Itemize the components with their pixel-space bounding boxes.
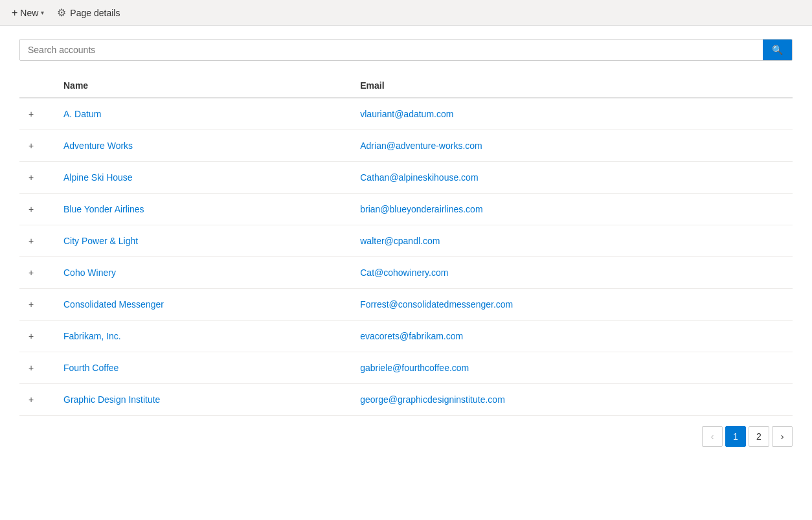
row-name-cell: Coho Winery bbox=[58, 257, 355, 289]
row-name-cell: Blue Yonder Airlines bbox=[58, 194, 355, 225]
row-expand-button[interactable]: + bbox=[25, 298, 38, 311]
row-expand-cell: + bbox=[19, 257, 58, 289]
row-expand-cell: + bbox=[19, 130, 58, 162]
row-email-link[interactable]: walter@cpandl.com bbox=[360, 236, 440, 246]
table-row: +Adventure WorksAdrian@adventure-works.c… bbox=[19, 130, 793, 162]
row-email-link[interactable]: george@graphicdesigninstitute.com bbox=[360, 394, 505, 405]
toolbar: + New ▾ ⚙ Page details bbox=[0, 0, 812, 26]
page-details-button[interactable]: ⚙ Page details bbox=[53, 4, 124, 21]
row-name-link[interactable]: Blue Yonder Airlines bbox=[63, 204, 144, 214]
search-wrapper: 🔍 bbox=[19, 39, 793, 61]
row-name-link[interactable]: Coho Winery bbox=[63, 267, 116, 278]
row-expand-button[interactable]: + bbox=[25, 139, 38, 152]
row-expand-button[interactable]: + bbox=[25, 361, 38, 374]
table-body: +A. Datumvlauriant@adatum.com+Adventure … bbox=[19, 98, 793, 416]
row-expand-button[interactable]: + bbox=[25, 393, 38, 406]
row-email-cell: george@graphicdesigninstitute.com bbox=[355, 384, 793, 416]
page-1-button[interactable]: 1 bbox=[725, 426, 746, 447]
row-name-link[interactable]: Fourth Coffee bbox=[63, 363, 118, 373]
col-email: Email bbox=[355, 74, 793, 98]
row-email-link[interactable]: Adrian@adventure-works.com bbox=[360, 141, 482, 151]
table-row: +Coho WineryCat@cohowinery.com bbox=[19, 257, 793, 289]
row-email-link[interactable]: Cathan@alpineskihouse.com bbox=[360, 172, 478, 183]
row-name-link[interactable]: Consolidated Messenger bbox=[63, 299, 164, 310]
search-input[interactable] bbox=[20, 40, 763, 60]
row-email-link[interactable]: brian@blueyonderairlines.com bbox=[360, 204, 482, 214]
row-name-link[interactable]: City Power & Light bbox=[63, 236, 138, 246]
table-container: Name Email +A. Datumvlauriant@adatum.com… bbox=[0, 67, 812, 416]
row-email-cell: Cat@cohowinery.com bbox=[355, 257, 793, 289]
row-expand-cell: + bbox=[19, 162, 58, 194]
row-email-cell: gabriele@fourthcoffee.com bbox=[355, 352, 793, 384]
table-row: +City Power & Lightwalter@cpandl.com bbox=[19, 225, 793, 257]
row-email-link[interactable]: evacorets@fabrikam.com bbox=[360, 331, 463, 341]
row-name-link[interactable]: Adventure Works bbox=[63, 141, 133, 151]
row-expand-button[interactable]: + bbox=[25, 107, 38, 120]
row-name-cell: Fabrikam, Inc. bbox=[58, 321, 355, 352]
row-name-link[interactable]: Fabrikam, Inc. bbox=[63, 331, 121, 341]
row-expand-cell: + bbox=[19, 225, 58, 257]
prev-page-button[interactable]: ‹ bbox=[702, 426, 723, 447]
row-email-link[interactable]: Forrest@consolidatedmessenger.com bbox=[360, 299, 513, 310]
table-row: +Consolidated MessengerForrest@consolida… bbox=[19, 289, 793, 321]
row-expand-cell: + bbox=[19, 384, 58, 416]
plus-icon: + bbox=[12, 7, 17, 19]
row-email-cell: evacorets@fabrikam.com bbox=[355, 321, 793, 352]
gear-icon: ⚙ bbox=[57, 6, 66, 19]
row-email-link[interactable]: gabriele@fourthcoffee.com bbox=[360, 363, 469, 373]
new-button[interactable]: + New ▾ bbox=[8, 5, 48, 21]
col-expand bbox=[19, 74, 58, 98]
row-email-cell: vlauriant@adatum.com bbox=[355, 98, 793, 130]
table-row: +Blue Yonder Airlinesbrian@blueyonderair… bbox=[19, 194, 793, 225]
table-header: Name Email bbox=[19, 74, 793, 98]
row-email-cell: Cathan@alpineskihouse.com bbox=[355, 162, 793, 194]
row-expand-cell: + bbox=[19, 289, 58, 321]
page-2-button[interactable]: 2 bbox=[749, 426, 769, 447]
row-name-cell: Adventure Works bbox=[58, 130, 355, 162]
table-row: +Alpine Ski HouseCathan@alpineskihouse.c… bbox=[19, 162, 793, 194]
pagination-area: ‹ 1 2 › bbox=[0, 416, 812, 457]
row-expand-cell: + bbox=[19, 194, 58, 225]
search-button[interactable]: 🔍 bbox=[763, 40, 792, 60]
row-name-link[interactable]: A. Datum bbox=[63, 109, 101, 119]
row-name-cell: City Power & Light bbox=[58, 225, 355, 257]
next-page-button[interactable]: › bbox=[772, 426, 793, 447]
row-expand-button[interactable]: + bbox=[25, 234, 38, 247]
row-expand-cell: + bbox=[19, 98, 58, 130]
row-email-link[interactable]: Cat@cohowinery.com bbox=[360, 267, 448, 278]
new-label: New bbox=[20, 8, 38, 18]
row-name-link[interactable]: Alpine Ski House bbox=[63, 172, 133, 183]
row-email-cell: walter@cpandl.com bbox=[355, 225, 793, 257]
row-name-cell: Graphic Design Institute bbox=[58, 384, 355, 416]
row-name-cell: Fourth Coffee bbox=[58, 352, 355, 384]
row-expand-cell: + bbox=[19, 352, 58, 384]
accounts-table: Name Email +A. Datumvlauriant@adatum.com… bbox=[19, 74, 793, 416]
row-name-cell: Alpine Ski House bbox=[58, 162, 355, 194]
row-email-cell: Adrian@adventure-works.com bbox=[355, 130, 793, 162]
row-expand-button[interactable]: + bbox=[25, 266, 38, 279]
col-name: Name bbox=[58, 74, 355, 98]
row-expand-button[interactable]: + bbox=[25, 171, 38, 184]
row-email-cell: brian@blueyonderairlines.com bbox=[355, 194, 793, 225]
table-row: +A. Datumvlauriant@adatum.com bbox=[19, 98, 793, 130]
row-name-link[interactable]: Graphic Design Institute bbox=[63, 394, 160, 405]
search-area: 🔍 bbox=[0, 26, 812, 67]
row-email-link[interactable]: vlauriant@adatum.com bbox=[360, 109, 453, 119]
row-email-cell: Forrest@consolidatedmessenger.com bbox=[355, 289, 793, 321]
row-expand-button[interactable]: + bbox=[25, 203, 38, 216]
search-icon: 🔍 bbox=[772, 45, 783, 55]
row-name-cell: Consolidated Messenger bbox=[58, 289, 355, 321]
row-name-cell: A. Datum bbox=[58, 98, 355, 130]
table-row: +Fourth Coffeegabriele@fourthcoffee.com bbox=[19, 352, 793, 384]
row-expand-button[interactable]: + bbox=[25, 330, 38, 343]
row-expand-cell: + bbox=[19, 321, 58, 352]
table-row: +Fabrikam, Inc.evacorets@fabrikam.com bbox=[19, 321, 793, 352]
page-details-label: Page details bbox=[70, 8, 120, 18]
chevron-down-icon: ▾ bbox=[41, 9, 44, 16]
table-row: +Graphic Design Institutegeorge@graphicd… bbox=[19, 384, 793, 416]
